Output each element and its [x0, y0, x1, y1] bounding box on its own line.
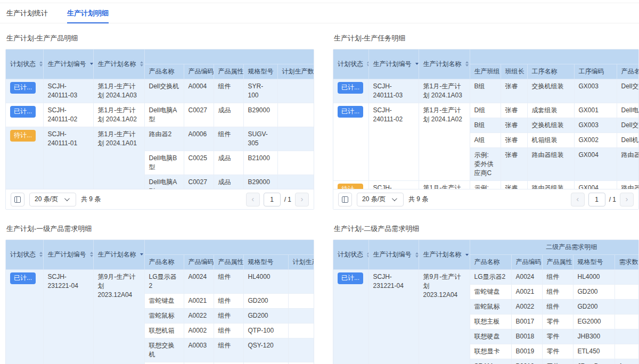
table-cell: B29000: [243, 103, 277, 127]
table-cell: 示例: 委外供应商C: [470, 147, 501, 180]
sortable-column-header[interactable]: 计划状态: [333, 49, 368, 79]
column-header: 产品属性: [214, 64, 243, 79]
table-scroll-area: 计划状态生产计划编号生产计划名称生产班组班组长工序名称工序编码产品名称已计...…: [333, 49, 638, 189]
sortable-column-header[interactable]: 生产计划名称: [93, 240, 144, 269]
table-cell: 联想硬盘: [470, 329, 511, 344]
table-cell: 联想主板: [470, 315, 511, 329]
table-cell: 联想交换机: [144, 338, 184, 362]
sort-icon: [90, 252, 93, 257]
plan-code-cell: SCJH-240111-03: [368, 79, 419, 103]
plan-name-cell: 第1月-生产计划 2024.1A03: [419, 79, 470, 103]
table-cell: [288, 323, 314, 338]
page-input[interactable]: [264, 193, 281, 206]
caret-down-icon: [90, 63, 93, 65]
table-cell: QSY-120: [243, 338, 288, 362]
column-header: 需求数量: [615, 255, 638, 270]
table-cell: SRAM: [470, 359, 511, 364]
status-badge: 待计...: [10, 130, 36, 142]
prev-page-button[interactable]: ‹: [571, 193, 585, 206]
column-label: 生产计划名称: [423, 250, 462, 259]
table-cell: A0006: [184, 127, 214, 151]
column-label: 生产计划名称: [98, 60, 136, 69]
tab-production-plan-detail[interactable]: 生产计划明细: [67, 3, 109, 23]
column-header: 工序编码: [574, 64, 617, 79]
column-header: 规格型号: [243, 254, 288, 269]
sortable-column-header[interactable]: 计划状态: [333, 240, 368, 270]
plan-status-cell: 已计...: [333, 103, 368, 180]
page-input[interactable]: [588, 193, 605, 206]
table-cell: C0027: [184, 103, 214, 127]
column-header: 计划生产数量: [288, 254, 314, 269]
total-pages: / 1: [609, 196, 616, 203]
columns-icon: [14, 196, 21, 203]
column-header: 产品属性: [214, 254, 243, 269]
next-page-button[interactable]: ›: [295, 193, 309, 206]
page-size-select[interactable]: 20 条/页: [357, 193, 404, 206]
page-size-select[interactable]: 20 条/页: [29, 193, 76, 206]
sort-icon: [140, 61, 143, 67]
table-cell: GX002: [574, 133, 617, 147]
table-cell: JRamB: [573, 359, 615, 364]
status-badge: 已计...: [10, 106, 36, 118]
column-header: 产品编码: [184, 64, 214, 79]
table-cell: 张睿: [501, 103, 527, 118]
plan-code-cell: SCJH-231221-04: [43, 269, 93, 364]
table-cell: [615, 270, 638, 285]
tab-production-plan-stats[interactable]: 生产计划统计: [6, 3, 48, 23]
next-page-button[interactable]: ›: [620, 193, 634, 206]
table-cell: 组件: [542, 285, 573, 300]
table-cell: 路由器: [617, 180, 638, 189]
sortable-column-header[interactable]: 生产计划名称: [419, 49, 470, 79]
sortable-column-header[interactable]: 生产计划编号: [368, 49, 419, 79]
panel: 生产计划-生产任务明细计划状态生产计划编号生产计划名称生产班组班组长工序名称工序…: [333, 23, 639, 210]
table-row: 已计...SCJH-240111-03第1月-生产计划 2024.1A03Del…: [6, 79, 314, 103]
table-cell: [277, 175, 314, 189]
table-cell: 成套组装: [527, 103, 574, 118]
table-cell: 张睿: [501, 79, 527, 103]
caret-up-icon: [140, 61, 143, 63]
column-label: 计划状态: [10, 250, 36, 259]
table-cell: Dell交换机: [144, 79, 184, 103]
table-cell: C0027: [184, 175, 214, 189]
table-cell: GD200: [243, 293, 288, 308]
table-cell: B0010: [511, 359, 542, 364]
table-cell: [288, 308, 314, 323]
table-cell: 组件: [214, 269, 243, 293]
table-cell: 交换机组装: [527, 118, 574, 133]
sort-icon: [465, 254, 469, 256]
column-header: 产品名称: [617, 64, 638, 79]
sortable-column-header[interactable]: 计划状态: [6, 240, 43, 269]
table-cell: [288, 293, 314, 308]
column-header: 规格型号: [243, 64, 277, 79]
table-cell: GX003: [574, 79, 617, 103]
caret-down-icon: [415, 63, 419, 65]
table-cell: 机箱组装: [527, 133, 574, 147]
sortable-column-header[interactable]: 生产计划名称: [419, 240, 470, 270]
sortable-column-header[interactable]: 生产计划编号: [43, 49, 93, 79]
total-count: 共 9 条: [408, 195, 428, 204]
header-row: 计划状态生产计划编号生产计划名称: [333, 49, 638, 64]
columns-toggle-button[interactable]: [338, 193, 352, 206]
sortable-column-header[interactable]: 生产计划编号: [43, 240, 93, 269]
caret-down-icon: [465, 254, 469, 256]
sort-icon: [39, 252, 43, 257]
table-cell: B组: [470, 118, 501, 133]
panel: 生产计划-一级产品需求明细计划状态生产计划编号生产计划名称产品名称产品编码产品属…: [5, 210, 314, 364]
group-column-header: [470, 49, 638, 64]
table-card: 计划状态生产计划编号生产计划名称产品名称产品编码产品属性规格型号计划生产数量已计…: [5, 49, 314, 210]
table-scroll-area: 计划状态生产计划编号生产计划名称产品名称产品编码产品属性规格型号计划生产数量已计…: [6, 240, 314, 364]
table-cell: 成品: [214, 103, 243, 127]
prev-page-button[interactable]: ‹: [246, 193, 260, 206]
chevron-down-icon: [64, 196, 70, 201]
plan-code-cell: SCJH-240111-01: [43, 127, 93, 189]
sortable-column-header[interactable]: 计划状态: [6, 49, 43, 79]
table-row: 已计...SCJH-231221-04第9月-生产计划 2023.12A04LG…: [6, 269, 314, 293]
sortable-column-header[interactable]: 生产计划名称: [93, 49, 144, 79]
table-cell: ETL450: [573, 344, 615, 359]
plan-code-cell: SCJH-240111-02: [43, 103, 93, 127]
sortable-column-header[interactable]: 生产计划编号: [368, 240, 419, 270]
pagination: 20 条/页共 9 条‹/ 1›: [333, 189, 638, 209]
table-cell: A0024: [184, 269, 214, 293]
columns-toggle-button[interactable]: [11, 193, 24, 206]
header-row: 计划状态生产计划编号生产计划名称二级产品需求明细: [333, 240, 638, 255]
